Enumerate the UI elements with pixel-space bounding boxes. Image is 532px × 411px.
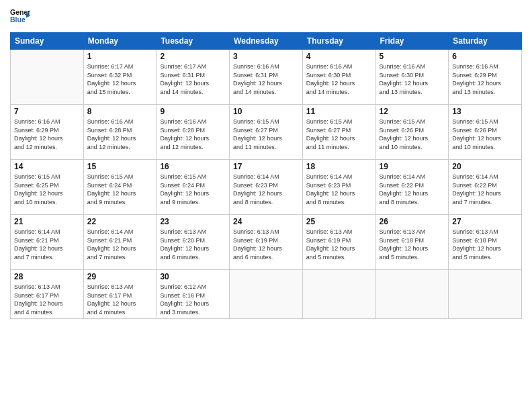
page: GeneralBlue SundayMondayTuesdayWednesday… — [0, 0, 532, 411]
day-info: Sunrise: 6:15 AMSunset: 6:27 PMDaylight:… — [233, 118, 299, 151]
day-info: Sunrise: 6:16 AMSunset: 6:30 PMDaylight:… — [306, 62, 372, 96]
calendar-cell: 29Sunrise: 6:13 AMSunset: 6:17 PMDayligh… — [83, 270, 157, 319]
day-number: 22 — [87, 217, 153, 226]
week-row-1: 7Sunrise: 6:16 AMSunset: 6:29 PMDaylight… — [11, 105, 522, 160]
day-info: Sunrise: 6:16 AMSunset: 6:29 PMDaylight:… — [452, 62, 518, 96]
day-number: 9 — [160, 107, 226, 116]
calendar-cell: 18Sunrise: 6:14 AMSunset: 6:23 PMDayligh… — [302, 160, 375, 215]
day-info: Sunrise: 6:12 AMSunset: 6:16 PMDaylight:… — [160, 283, 226, 316]
calendar-cell: 6Sunrise: 6:16 AMSunset: 6:29 PMDaylight… — [449, 50, 522, 105]
calendar-table: SundayMondayTuesdayWednesdayThursdayFrid… — [10, 32, 522, 319]
day-number: 14 — [14, 162, 80, 171]
week-row-3: 21Sunrise: 6:14 AMSunset: 6:21 PMDayligh… — [11, 215, 522, 270]
day-number: 29 — [87, 272, 153, 281]
weekday-header-sunday: Sunday — [11, 33, 84, 50]
calendar-cell: 13Sunrise: 6:15 AMSunset: 6:26 PMDayligh… — [449, 105, 522, 160]
calendar-cell: 22Sunrise: 6:14 AMSunset: 6:21 PMDayligh… — [83, 215, 157, 270]
calendar-cell: 23Sunrise: 6:13 AMSunset: 6:20 PMDayligh… — [157, 215, 230, 270]
week-row-0: 1Sunrise: 6:17 AMSunset: 6:32 PMDaylight… — [11, 50, 522, 105]
day-info: Sunrise: 6:13 AMSunset: 6:17 PMDaylight:… — [14, 283, 80, 316]
calendar-cell: 28Sunrise: 6:13 AMSunset: 6:17 PMDayligh… — [11, 270, 84, 319]
day-info: Sunrise: 6:17 AMSunset: 6:32 PMDaylight:… — [87, 62, 153, 96]
day-info: Sunrise: 6:15 AMSunset: 6:24 PMDaylight:… — [87, 173, 153, 206]
day-number: 8 — [87, 107, 153, 116]
calendar-cell: 21Sunrise: 6:14 AMSunset: 6:21 PMDayligh… — [11, 215, 84, 270]
day-info: Sunrise: 6:16 AMSunset: 6:31 PMDaylight:… — [233, 62, 299, 96]
day-number: 21 — [14, 217, 80, 226]
calendar-cell: 12Sunrise: 6:15 AMSunset: 6:26 PMDayligh… — [375, 105, 449, 160]
day-number: 3 — [233, 52, 299, 61]
weekday-header-thursday: Thursday — [302, 33, 375, 50]
calendar-cell: 20Sunrise: 6:14 AMSunset: 6:22 PMDayligh… — [449, 160, 522, 215]
day-number: 23 — [160, 217, 226, 226]
day-number: 13 — [452, 107, 518, 116]
day-info: Sunrise: 6:15 AMSunset: 6:24 PMDaylight:… — [160, 173, 226, 206]
logo-icon: GeneralBlue — [10, 7, 30, 27]
day-number: 26 — [380, 217, 445, 226]
calendar-cell: 11Sunrise: 6:15 AMSunset: 6:27 PMDayligh… — [302, 105, 375, 160]
day-number: 12 — [380, 107, 445, 116]
day-number: 27 — [452, 217, 518, 226]
day-info: Sunrise: 6:13 AMSunset: 6:18 PMDaylight:… — [452, 228, 518, 261]
calendar-cell: 7Sunrise: 6:16 AMSunset: 6:29 PMDaylight… — [11, 105, 84, 160]
calendar-cell — [302, 270, 375, 319]
day-number: 5 — [380, 52, 445, 61]
calendar-cell: 26Sunrise: 6:13 AMSunset: 6:18 PMDayligh… — [375, 215, 449, 270]
day-info: Sunrise: 6:14 AMSunset: 6:22 PMDaylight:… — [380, 173, 445, 206]
day-info: Sunrise: 6:15 AMSunset: 6:25 PMDaylight:… — [14, 173, 80, 206]
logo: GeneralBlue — [10, 7, 30, 27]
week-row-4: 28Sunrise: 6:13 AMSunset: 6:17 PMDayligh… — [11, 270, 522, 319]
day-number: 10 — [233, 107, 299, 116]
weekday-header-row: SundayMondayTuesdayWednesdayThursdayFrid… — [11, 33, 522, 50]
day-info: Sunrise: 6:14 AMSunset: 6:23 PMDaylight:… — [306, 173, 372, 206]
day-number: 24 — [233, 217, 299, 226]
day-number: 25 — [306, 217, 372, 226]
day-number: 15 — [87, 162, 153, 171]
weekday-header-saturday: Saturday — [449, 33, 522, 50]
calendar-cell — [230, 270, 303, 319]
day-info: Sunrise: 6:14 AMSunset: 6:21 PMDaylight:… — [87, 228, 153, 261]
calendar-cell: 24Sunrise: 6:13 AMSunset: 6:19 PMDayligh… — [230, 215, 303, 270]
weekday-header-friday: Friday — [375, 33, 449, 50]
calendar-cell — [449, 270, 522, 319]
svg-text:Blue: Blue — [10, 15, 26, 24]
calendar-cell: 3Sunrise: 6:16 AMSunset: 6:31 PMDaylight… — [230, 50, 303, 105]
day-info: Sunrise: 6:13 AMSunset: 6:20 PMDaylight:… — [160, 228, 226, 261]
calendar-cell: 5Sunrise: 6:16 AMSunset: 6:30 PMDaylight… — [375, 50, 449, 105]
day-number: 1 — [87, 52, 153, 61]
calendar-cell — [375, 270, 449, 319]
day-number: 4 — [306, 52, 372, 61]
day-number: 17 — [233, 162, 299, 171]
day-info: Sunrise: 6:16 AMSunset: 6:28 PMDaylight:… — [160, 118, 226, 151]
calendar-cell: 30Sunrise: 6:12 AMSunset: 6:16 PMDayligh… — [157, 270, 230, 319]
day-info: Sunrise: 6:15 AMSunset: 6:27 PMDaylight:… — [306, 118, 372, 151]
day-info: Sunrise: 6:14 AMSunset: 6:23 PMDaylight:… — [233, 173, 299, 206]
day-info: Sunrise: 6:14 AMSunset: 6:22 PMDaylight:… — [452, 173, 518, 206]
day-info: Sunrise: 6:16 AMSunset: 6:29 PMDaylight:… — [14, 118, 80, 151]
calendar-cell: 15Sunrise: 6:15 AMSunset: 6:24 PMDayligh… — [83, 160, 157, 215]
calendar-cell: 27Sunrise: 6:13 AMSunset: 6:18 PMDayligh… — [449, 215, 522, 270]
day-info: Sunrise: 6:13 AMSunset: 6:19 PMDaylight:… — [233, 228, 299, 261]
calendar-cell: 14Sunrise: 6:15 AMSunset: 6:25 PMDayligh… — [11, 160, 84, 215]
day-info: Sunrise: 6:17 AMSunset: 6:31 PMDaylight:… — [160, 62, 226, 96]
day-info: Sunrise: 6:16 AMSunset: 6:30 PMDaylight:… — [380, 62, 445, 96]
calendar-cell: 2Sunrise: 6:17 AMSunset: 6:31 PMDaylight… — [157, 50, 230, 105]
day-number: 2 — [160, 52, 226, 61]
day-number: 6 — [452, 52, 518, 61]
weekday-header-wednesday: Wednesday — [230, 33, 303, 50]
calendar-cell — [11, 50, 84, 105]
calendar-cell: 25Sunrise: 6:13 AMSunset: 6:19 PMDayligh… — [302, 215, 375, 270]
day-number: 7 — [14, 107, 80, 116]
day-number: 20 — [452, 162, 518, 171]
day-number: 19 — [380, 162, 445, 171]
weekday-header-monday: Monday — [83, 33, 157, 50]
calendar-cell: 4Sunrise: 6:16 AMSunset: 6:30 PMDaylight… — [302, 50, 375, 105]
day-info: Sunrise: 6:13 AMSunset: 6:17 PMDaylight:… — [87, 283, 153, 316]
day-info: Sunrise: 6:15 AMSunset: 6:26 PMDaylight:… — [452, 118, 518, 151]
calendar-cell: 1Sunrise: 6:17 AMSunset: 6:32 PMDaylight… — [83, 50, 157, 105]
day-number: 30 — [160, 272, 226, 281]
calendar-cell: 16Sunrise: 6:15 AMSunset: 6:24 PMDayligh… — [157, 160, 230, 215]
calendar-cell: 9Sunrise: 6:16 AMSunset: 6:28 PMDaylight… — [157, 105, 230, 160]
day-info: Sunrise: 6:14 AMSunset: 6:21 PMDaylight:… — [14, 228, 80, 261]
day-number: 28 — [14, 272, 80, 281]
